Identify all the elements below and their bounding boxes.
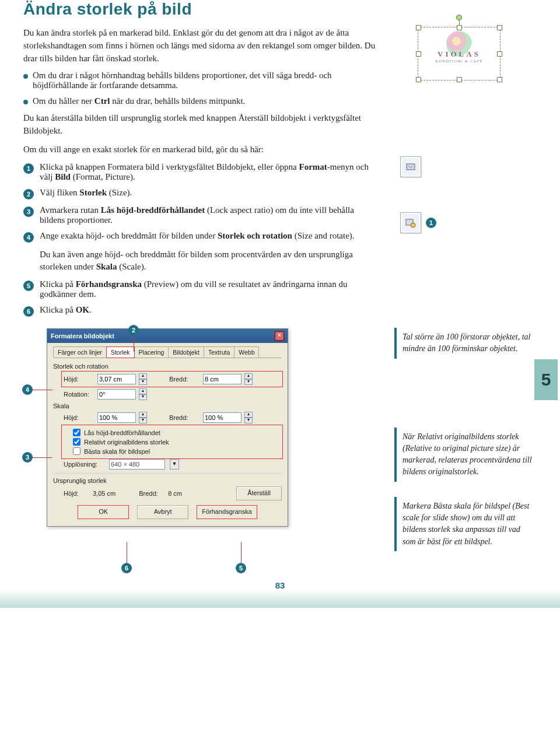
callout-badge-6: 6 [121, 563, 132, 573]
callout-badge-1: 1 [426, 218, 436, 228]
image-logo-sub: KONDITORI & CAFÉ [418, 59, 500, 64]
side-column: VIOLAS KONDITORI & CAFÉ [394, 27, 534, 566]
width-label: Bredd: [169, 376, 198, 383]
rotation-input[interactable] [97, 389, 136, 400]
height-input[interactable] [97, 374, 136, 384]
tab-picture[interactable]: Bildobjekt [168, 346, 204, 358]
orig-h-label: Höjd: [64, 490, 87, 497]
main-column: Du kan ändra storlek på en markerad bild… [23, 27, 379, 566]
group-size-rotation: Storlek och rotation [53, 363, 282, 370]
chk-lock-aspect[interactable] [73, 429, 80, 436]
tab-size[interactable]: Storlek [106, 346, 135, 358]
group-scale: Skala [53, 402, 282, 409]
dialog-callout-area: 2 4 3 6 5 Formatera bildobjekt × [23, 328, 379, 527]
footer-decoration [0, 590, 560, 608]
chapter-tab: 5 [534, 359, 558, 400]
chevron-down-icon[interactable]: ▼ [170, 459, 179, 470]
original-row: Höjd: 3,05 cm Bredd: 8 cm Återställ [64, 486, 282, 500]
restore-paragraph: Du kan återställa bilden till ursprungli… [23, 112, 379, 138]
tab-position[interactable]: Placering [134, 346, 169, 358]
tab-web[interactable]: Webb [234, 346, 259, 358]
tab-textbox[interactable]: Textruta [204, 346, 235, 358]
resize-handle[interactable] [416, 77, 421, 82]
spinner[interactable]: ▲▼ [244, 412, 253, 423]
resolution-label: Upplösning: [64, 461, 104, 468]
orig-w-label: Bredd: [139, 490, 162, 497]
resize-handle[interactable] [457, 25, 462, 30]
size-row: Höjd: ▲▼ Bredd: ▲▼ [62, 372, 282, 386]
bullet-text: Om du håller ner Ctrl när du drar, behål… [33, 96, 245, 106]
scale-row: Höjd: ▲▼ Bredd: ▲▼ [64, 412, 282, 423]
callout-badge-4: 4 [22, 384, 33, 395]
ok-button[interactable]: OK [78, 505, 129, 519]
dialog-titlebar[interactable]: Formatera bildobjekt × [47, 329, 288, 343]
step-badge-2: 2 [23, 189, 34, 199]
resize-handle[interactable] [416, 25, 421, 30]
reset-button[interactable]: Återställ [236, 486, 282, 500]
tip-box: Tal större än 100 förstorar objektet, ta… [394, 328, 534, 359]
dialog-tabs: Färger och linjer Storlek Placering Bild… [53, 346, 282, 358]
scale-h-label: Höjd: [64, 414, 93, 421]
tip-box: När Relativt originalbildens storlek (Re… [394, 428, 534, 482]
step-badge-1: 1 [23, 163, 34, 174]
callout-line [33, 390, 52, 390]
callout-line [134, 335, 134, 352]
step-text: Klicka på OK. [40, 305, 92, 317]
resize-handle[interactable] [497, 51, 502, 57]
format-picture-icon [405, 217, 416, 229]
dialog-title-text: Formatera bildobjekt [51, 332, 114, 339]
format-picture-dialog: Formatera bildobjekt × Färger och linjer… [47, 328, 288, 527]
step-text: Ange exakta höjd- och breddmått för bild… [40, 231, 355, 243]
bullet-text: Om du drar i något hörnhandtag behålls b… [33, 71, 379, 90]
step-badge-3: 3 [23, 206, 34, 217]
spinner[interactable]: ▲▼ [139, 373, 147, 385]
intro-paragraph: Du kan ändra storlek på en markerad bild… [23, 27, 379, 65]
spinner[interactable]: ▲▼ [244, 373, 253, 385]
resize-handle[interactable] [497, 77, 502, 82]
group-original: Ursprunglig storlek [53, 477, 282, 484]
chk-relative-label: Relativt originalbildens storlek [84, 439, 169, 446]
orig-h-val: 3,05 cm [93, 490, 116, 497]
width-input[interactable] [203, 374, 242, 384]
svg-point-2 [411, 223, 415, 227]
selected-image-preview[interactable]: VIOLAS KONDITORI & CAFÉ [418, 27, 501, 80]
scale-w-input[interactable] [203, 412, 242, 423]
step-text: Klicka på knappen Formatera bild i verkt… [40, 162, 379, 182]
spinner[interactable]: ▲▼ [139, 388, 147, 400]
checkbox-group: Lås höjd-breddförhållandet Relativt orig… [62, 426, 282, 458]
spinner[interactable]: ▲▼ [139, 412, 147, 423]
orig-w-val: 8 cm [168, 490, 182, 497]
image-logo-text: VIOLAS [418, 50, 500, 59]
resize-handle[interactable] [497, 25, 502, 30]
height-label: Höjd: [64, 376, 93, 383]
chk-best-scale[interactable] [73, 447, 80, 455]
rotation-row: Rotation: ▲▼ [64, 388, 282, 400]
bullet-icon [23, 100, 28, 104]
format-picture-button[interactable] [400, 212, 421, 233]
resolution-select[interactable] [109, 459, 165, 470]
page-number: 83 [23, 580, 537, 590]
svg-rect-0 [407, 164, 415, 170]
rotate-handle-icon[interactable] [456, 15, 462, 20]
reset-picture-button[interactable] [400, 156, 421, 177]
scale-h-input[interactable] [97, 412, 136, 423]
callout-line [127, 542, 127, 563]
step-text: Klicka på Förhandsgranska (Preview) om d… [40, 279, 379, 299]
cancel-button[interactable]: Avbryt [137, 505, 188, 519]
resize-handle[interactable] [416, 51, 421, 57]
tab-colors[interactable]: Färger och linjer [53, 346, 107, 358]
step-badge-4: 4 [23, 232, 34, 243]
step-text: Avmarkera rutan Lås höjd-breddförhålland… [40, 205, 379, 225]
bullet-icon [23, 74, 28, 79]
chk-relative[interactable] [73, 438, 80, 446]
callout-line [33, 457, 52, 458]
exact-paragraph: Om du vill ange en exakt storlek för en … [23, 143, 379, 156]
resize-handle[interactable] [457, 77, 462, 82]
chk-best-label: Bästa skala för bildspel [84, 448, 150, 455]
step-badge-6: 6 [23, 306, 34, 317]
rotation-label: Rotation: [64, 391, 93, 398]
close-icon[interactable]: × [275, 331, 284, 341]
callout-badge-3: 3 [22, 452, 33, 463]
preview-button[interactable]: Förhandsgranska [197, 505, 257, 519]
callout-line [241, 542, 242, 563]
